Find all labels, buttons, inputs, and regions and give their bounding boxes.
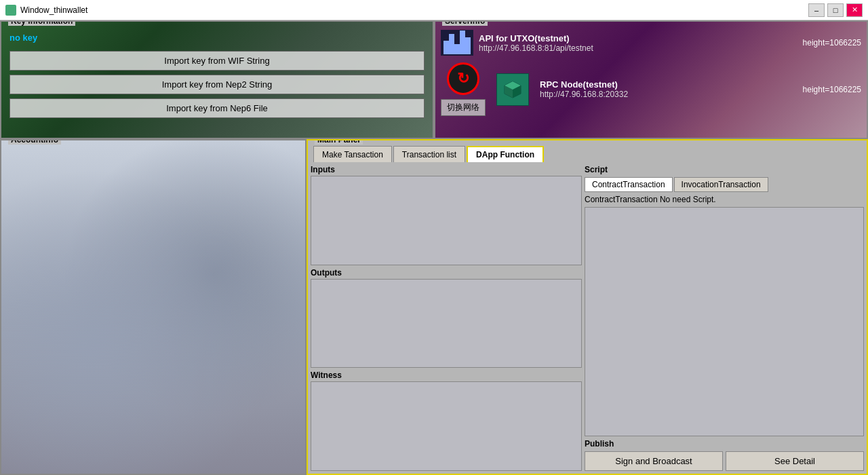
outputs-area: [311, 279, 582, 368]
window-title: Window_thinwallet: [20, 5, 808, 15]
sign-broadcast-button[interactable]: Sign and Broadcast: [585, 451, 723, 471]
rpc-height: height=1066225: [803, 85, 861, 94]
server-info-panel: ServerInfo API for UTXO(testnet) http://…: [434, 20, 868, 139]
server-rows: API for UTXO(testnet) http://47.96.168.8…: [435, 22, 867, 119]
script-info: ContractTransaction No need Script.: [585, 195, 864, 204]
key-info-content: no key Import key from WIF String Import…: [1, 33, 433, 121]
window-controls: – □ ✕: [808, 3, 863, 17]
refresh-icon: ↻: [447, 62, 479, 95]
title-bar: Window_thinwallet – □ ✕: [0, 0, 868, 20]
minimize-button[interactable]: –: [808, 3, 825, 17]
rpc-icon: [496, 73, 529, 106]
main-layout: Key Information no key Import key from W…: [0, 20, 868, 475]
chart-icon: [441, 30, 473, 56]
api-height: height=1066225: [803, 38, 861, 48]
close-button[interactable]: ✕: [846, 3, 863, 17]
publish-label: Publish: [585, 439, 864, 449]
tab-make-transaction[interactable]: Make Tansaction: [313, 146, 392, 162]
tabs-bar: Make Tansaction Transaction list DApp Fu…: [308, 140, 867, 162]
rpc-url: http://47.96.168.8:20332: [540, 90, 797, 99]
right-column: Script ContractTransaction InvocationTra…: [585, 165, 864, 471]
api-label: API for UTXO(testnet): [479, 33, 797, 43]
rpc-info: RPC Node(testnet) http://47.96.168.8:203…: [540, 79, 797, 99]
account-info-title: AccountInfo: [8, 139, 61, 145]
witness-panel: Witness: [311, 370, 582, 471]
chart-bar-1: [443, 41, 449, 54]
import-nep2-button[interactable]: Import key from Nep2 String: [9, 75, 425, 94]
top-section: Key Information no key Import key from W…: [0, 20, 868, 139]
tab-dapp-function[interactable]: DApp Function: [467, 146, 544, 162]
outputs-label: Outputs: [311, 268, 582, 278]
see-detail-button[interactable]: See Detail: [726, 451, 864, 471]
script-section: Script ContractTransaction InvocationTra…: [585, 165, 864, 436]
chart-bar-2: [449, 34, 454, 54]
bottom-section: AccountInfo Refresh RefreshHeight: Confi…: [0, 139, 868, 475]
chart-bar-4: [460, 31, 465, 54]
rpc-label: RPC Node(testnet): [540, 79, 797, 90]
account-info-panel: AccountInfo Refresh RefreshHeight: Confi…: [0, 139, 307, 475]
key-buttons: Import key from WIF String Import key fr…: [1, 48, 433, 121]
script-buttons: ContractTransaction InvocationTransactio…: [585, 177, 864, 192]
rpc-row: ↻ 切换网络 RPC Node(testnet): [441, 62, 861, 116]
account-bg: Refresh RefreshHeight: Config NEP5: [1, 140, 305, 474]
contract-transaction-btn[interactable]: ContractTransaction: [585, 177, 673, 192]
api-url: http://47.96.168.8:81/api/testnet: [479, 43, 797, 53]
inputs-label: Inputs: [311, 165, 582, 174]
witness-area: [311, 381, 582, 471]
switch-network-button[interactable]: 切换网络: [441, 99, 486, 116]
invocation-transaction-btn[interactable]: InvocationTransaction: [674, 177, 768, 192]
inputs-area: [311, 176, 582, 265]
api-info: API for UTXO(testnet) http://47.96.168.8…: [479, 33, 797, 53]
maximize-button[interactable]: □: [827, 3, 844, 17]
witness-label: Witness: [311, 370, 582, 380]
key-info-title: Key Information: [8, 20, 75, 26]
script-label: Script: [585, 165, 864, 174]
main-panel: Main Panel Make Tansaction Transaction l…: [307, 139, 868, 475]
inputs-panel: Inputs: [311, 165, 582, 265]
app-icon: [5, 5, 16, 16]
publish-buttons: Sign and Broadcast See Detail: [585, 451, 864, 471]
server-info-title: ServerInfo: [442, 20, 488, 26]
chart-bar-3: [454, 44, 460, 54]
key-info-panel: Key Information no key Import key from W…: [0, 20, 434, 139]
left-column: Inputs Outputs Witness: [311, 165, 582, 471]
import-wif-button[interactable]: Import key from WIF String: [9, 51, 425, 71]
main-panel-content: Inputs Outputs Witness Script: [308, 162, 867, 474]
api-row: API for UTXO(testnet) http://47.96.168.8…: [441, 30, 861, 56]
no-key-label: no key: [9, 33, 425, 43]
script-area: [585, 207, 864, 436]
chart-bar-5: [465, 37, 471, 54]
tab-transaction-list[interactable]: Transaction list: [393, 146, 465, 162]
main-panel-title: Main Panel: [315, 139, 363, 145]
publish-section: Publish Sign and Broadcast See Detail: [585, 439, 864, 471]
cube-icon: [502, 79, 524, 100]
outputs-panel: Outputs: [311, 268, 582, 368]
import-nep6-button[interactable]: Import key from Nep6 File: [9, 98, 425, 118]
anime-bg-account: [1, 140, 305, 474]
